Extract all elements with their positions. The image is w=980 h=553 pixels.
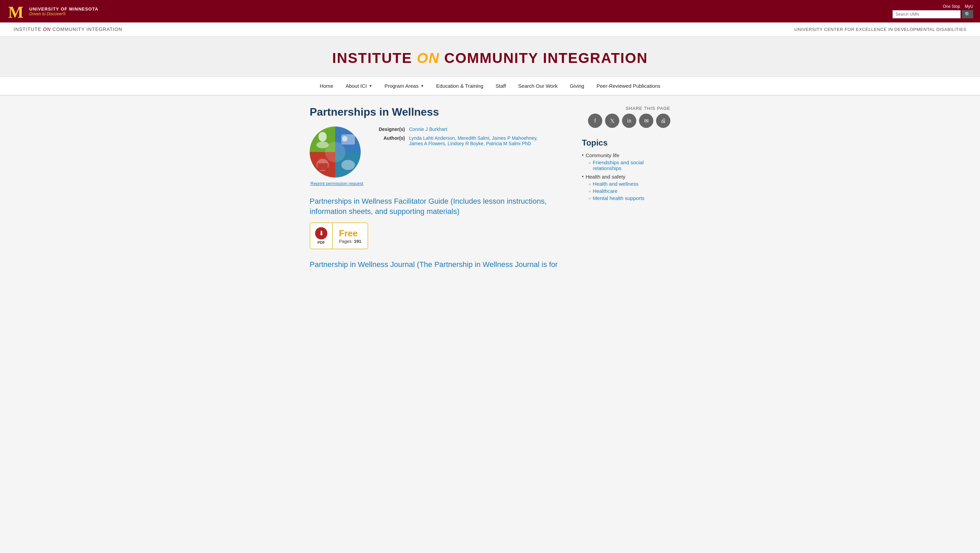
nav-education-training[interactable]: Education & Training bbox=[430, 77, 489, 95]
svg-text:M: M bbox=[8, 3, 24, 21]
quad-bottom-right bbox=[335, 152, 361, 178]
topics-title: Topics bbox=[582, 138, 670, 148]
quad-top-left bbox=[310, 127, 335, 152]
facebook-share-icon[interactable]: f bbox=[588, 114, 602, 128]
svg-point-4 bbox=[342, 136, 347, 141]
author-link-1[interactable]: Lynda Lahti Anderson bbox=[409, 135, 455, 141]
quad-bottom-left bbox=[310, 152, 335, 178]
main-content: Partnerships in Wellness bbox=[303, 95, 677, 280]
resource2-title-link[interactable]: Partnership in Wellness Journal (The Par… bbox=[310, 259, 568, 270]
nav-staff[interactable]: Staff bbox=[489, 77, 512, 95]
share-label: SHARE THIS PAGE bbox=[582, 106, 670, 111]
top-bar: M University of Minnesota Driven to Disc… bbox=[0, 0, 980, 22]
content-right: SHARE THIS PAGE f 𝕏 in ✉ 🖨 Topics • Comm… bbox=[582, 106, 670, 270]
author-label: Author(s) bbox=[374, 135, 405, 146]
designer-row: Designer(s) Connie J Burkhart bbox=[374, 127, 568, 132]
about-ici-chevron: ▼ bbox=[369, 84, 372, 88]
nav-inner: Home About ICI ▼ Program Areas ▼ Educati… bbox=[0, 77, 980, 95]
one-stop-link[interactable]: One Stop bbox=[943, 4, 960, 9]
topic-sub-wellness: ○ Health and wellness bbox=[589, 181, 670, 187]
bullet-community: • bbox=[582, 153, 584, 158]
cover-image-area: Reprint permission request bbox=[310, 127, 364, 186]
topic-sub-list-health: ○ Health and wellness ○ Healthcare ○ Men… bbox=[589, 181, 670, 201]
twitter-share-icon[interactable]: 𝕏 bbox=[605, 114, 619, 128]
search-button[interactable]: 🔍 bbox=[962, 10, 973, 18]
university-tagline: Driven to Discover® bbox=[29, 11, 98, 16]
top-bar-right: One Stop MyU 🔍 bbox=[892, 4, 973, 18]
search-input[interactable] bbox=[892, 10, 961, 18]
main-nav: Home About ICI ▼ Program Areas ▼ Educati… bbox=[0, 76, 980, 95]
svg-point-7 bbox=[341, 160, 355, 170]
program-areas-chevron: ▼ bbox=[421, 84, 424, 88]
logo-text: University of Minnesota Driven to Discov… bbox=[29, 6, 98, 16]
author-row: Author(s) Lynda Lahti Anderson, Meredith… bbox=[374, 135, 568, 146]
hero-title: INSTITUTE on COMMUNITY INTEGRATION bbox=[7, 50, 973, 66]
circle-bullet-healthcare: ○ bbox=[589, 189, 591, 193]
topic-community-life: • Community life ○ Friendships and socia… bbox=[582, 153, 670, 171]
nav-program-areas[interactable]: Program Areas ▼ bbox=[379, 77, 430, 95]
friendships-link[interactable]: Friendships and social relationships bbox=[593, 159, 670, 171]
free-label: Free bbox=[339, 228, 358, 239]
institute-name-left: INSTITUTE on COMMUNITY INTEGRATION bbox=[14, 27, 123, 32]
designer-value[interactable]: Connie J Burkhart bbox=[409, 127, 447, 132]
hero-section: INSTITUTE on COMMUNITY INTEGRATION bbox=[0, 37, 980, 76]
print-share-icon[interactable]: 🖨 bbox=[656, 114, 670, 128]
share-section: SHARE THIS PAGE f 𝕏 in ✉ 🖨 bbox=[582, 106, 670, 128]
ucedd-label: UNIVERSITY CENTER for EXCELLENCE in DEVE… bbox=[795, 27, 966, 32]
top-links: One Stop MyU bbox=[943, 4, 973, 9]
mental-health-link[interactable]: Mental health supports bbox=[593, 195, 644, 201]
resource-detail: Reprint permission request Designer(s) C… bbox=[310, 127, 568, 186]
meta-area: Designer(s) Connie J Burkhart Author(s) … bbox=[374, 127, 568, 186]
designer-label: Designer(s) bbox=[374, 127, 405, 132]
circle-bullet-mental: ○ bbox=[589, 197, 591, 200]
bullet-health: • bbox=[582, 174, 584, 179]
author-value: Lynda Lahti Anderson, Meredith Salmi, Ja… bbox=[409, 135, 538, 146]
circle-bullet-wellness: ○ bbox=[589, 182, 591, 186]
page-title: Partnerships in Wellness bbox=[310, 106, 568, 118]
sub-header: INSTITUTE on COMMUNITY INTEGRATION UNIVE… bbox=[0, 22, 980, 37]
nav-about-ici[interactable]: About ICI ▼ bbox=[339, 77, 378, 95]
topics-section: Topics • Community life ○ Friendships an… bbox=[582, 138, 670, 201]
nav-peer-reviewed[interactable]: Peer-Reviewed Publications bbox=[590, 77, 667, 95]
topics-list: • Community life ○ Friendships and socia… bbox=[582, 153, 670, 201]
topic-main-label-community: • Community life bbox=[582, 153, 670, 158]
download-button[interactable]: ⬇ PDF Free Pages: 191 bbox=[310, 222, 368, 249]
topic-sub-healthcare: ○ Healthcare bbox=[589, 188, 670, 194]
pages-label: Pages: 191 bbox=[339, 239, 361, 244]
nav-giving[interactable]: Giving bbox=[563, 77, 590, 95]
umn-logo: M bbox=[7, 2, 25, 21]
university-name: University of Minnesota bbox=[29, 6, 98, 11]
nav-search-our-work[interactable]: Search Our Work bbox=[512, 77, 564, 95]
topic-health-safety: • Health and safety ○ Health and wellnes… bbox=[582, 174, 670, 201]
topic-sub-friendships: ○ Friendships and social relationships bbox=[589, 159, 670, 171]
quad-top-right bbox=[335, 127, 361, 152]
download-pdf-label: PDF bbox=[318, 240, 325, 245]
reprint-link[interactable]: Reprint permission request bbox=[310, 181, 364, 186]
content-left: Partnerships in Wellness bbox=[310, 106, 568, 270]
svg-point-2 bbox=[317, 141, 329, 148]
download-icon: ⬇ bbox=[315, 227, 327, 240]
topic-sub-mental-health: ○ Mental health supports bbox=[589, 195, 670, 201]
resource1-title-link[interactable]: Partnerships in Wellness Facilitator Gui… bbox=[310, 196, 568, 216]
topic-sub-list-community: ○ Friendships and social relationships bbox=[589, 159, 670, 171]
linkedin-share-icon[interactable]: in bbox=[622, 114, 636, 128]
download-icon-area: ⬇ PDF bbox=[310, 223, 333, 249]
share-icons: f 𝕏 in ✉ 🖨 bbox=[582, 114, 670, 128]
myu-link[interactable]: MyU bbox=[965, 4, 973, 9]
health-safety-text: Health and safety bbox=[585, 174, 625, 180]
search-bar: 🔍 bbox=[892, 10, 973, 18]
community-life-text: Community life bbox=[585, 153, 619, 158]
cover-quadrant-grid bbox=[310, 127, 361, 178]
nav-home[interactable]: Home bbox=[313, 77, 339, 95]
email-share-icon[interactable]: ✉ bbox=[639, 114, 653, 128]
circle-bullet-friendships: ○ bbox=[589, 161, 591, 165]
download-info: Free Pages: 191 bbox=[333, 224, 368, 248]
svg-point-1 bbox=[318, 132, 327, 141]
svg-rect-6 bbox=[318, 163, 328, 170]
logo-area: M University of Minnesota Driven to Disc… bbox=[7, 2, 98, 21]
topic-main-label-health: • Health and safety bbox=[582, 174, 670, 180]
pages-value: 191 bbox=[354, 239, 361, 244]
health-wellness-link[interactable]: Health and wellness bbox=[593, 181, 638, 187]
healthcare-link[interactable]: Healthcare bbox=[593, 188, 617, 194]
